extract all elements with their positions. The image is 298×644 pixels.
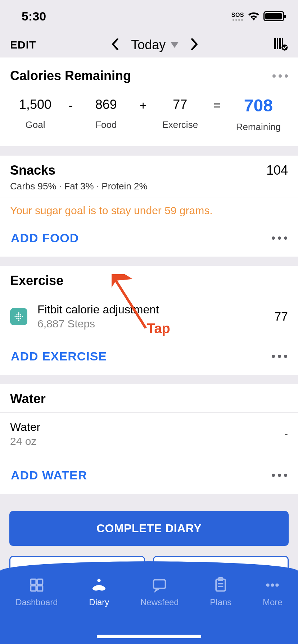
svg-point-13 <box>20 314 21 316</box>
svg-point-23 <box>98 579 101 582</box>
prev-day-button[interactable] <box>112 37 119 53</box>
tab-diary[interactable]: Diary <box>89 577 109 607</box>
exercise-section: Exercise Fitbit calorie adjustment 6,887… <box>0 266 298 375</box>
home-indicator[interactable] <box>97 635 201 638</box>
chevron-down-icon <box>171 42 179 48</box>
tab-bar: Dashboard Diary Newsfeed Plans More <box>0 561 298 644</box>
battery-icon <box>263 11 284 21</box>
tab-more[interactable]: More <box>263 577 283 607</box>
svg-rect-1 <box>277 38 278 49</box>
food-value: 869 <box>95 97 117 112</box>
add-exercise-button[interactable]: ADD EXERCISE <box>11 349 107 363</box>
exercise-more-button[interactable] <box>272 355 287 358</box>
exercise-title: Exercise <box>10 273 63 288</box>
svg-point-12 <box>16 318 18 319</box>
svg-rect-22 <box>37 586 43 591</box>
svg-point-8 <box>18 318 19 319</box>
calories-remaining-card: Calories Remaining 1,500 Goal - 869 Food… <box>0 58 298 146</box>
svg-rect-0 <box>274 38 276 49</box>
snacks-macros: Carbs 95% · Fat 3% · Protein 2% <box>10 181 148 192</box>
svg-point-30 <box>271 583 274 586</box>
barcode-scan-button[interactable] <box>274 37 288 52</box>
remaining-value: 708 <box>244 97 273 114</box>
add-water-button[interactable]: ADD WATER <box>11 468 87 482</box>
status-right: SOS <box>231 11 284 21</box>
food-label: Food <box>95 119 117 130</box>
svg-point-5 <box>18 312 19 314</box>
exercise-item-fitbit[interactable]: Fitbit calorie adjustment 6,887 Steps 77 <box>0 294 298 339</box>
exercise-item-title: Fitbit calorie adjustment <box>37 303 274 316</box>
remaining-label: Remaining <box>236 121 281 133</box>
svg-rect-24 <box>154 580 166 588</box>
calories-more-button[interactable] <box>272 74 288 78</box>
exercise-label: Exercise <box>162 119 198 130</box>
edit-button[interactable]: EDIT <box>10 39 36 51</box>
exercise-value: 77 <box>173 97 187 112</box>
svg-rect-2 <box>279 38 281 49</box>
date-selector[interactable]: Today <box>131 37 179 52</box>
wifi-icon <box>248 12 260 21</box>
svg-rect-21 <box>31 586 36 591</box>
water-title: Water <box>10 391 46 406</box>
water-item-value: - <box>284 428 288 440</box>
svg-point-4 <box>281 45 288 51</box>
calories-remaining-title: Calories Remaining <box>10 68 131 83</box>
exercise-item-subtitle: 6,887 Steps <box>37 318 274 330</box>
goal-value: 1,500 <box>19 97 51 112</box>
svg-point-11 <box>16 316 18 317</box>
svg-point-9 <box>18 319 19 321</box>
sugar-goal-note: Your sugar goal is to stay under 59 gram… <box>0 198 298 217</box>
svg-point-29 <box>266 583 270 586</box>
svg-point-6 <box>18 314 19 316</box>
svg-point-17 <box>22 316 23 317</box>
svg-rect-19 <box>31 579 36 585</box>
water-item-title: Water <box>10 420 40 434</box>
complete-diary-button[interactable]: COMPLETE DIARY <box>9 511 289 546</box>
goal-label: Goal <box>26 119 45 130</box>
status-time: 5:30 <box>22 9 46 23</box>
exercise-item-calories: 77 <box>274 309 288 323</box>
top-nav: EDIT Today <box>0 32 298 58</box>
snacks-section: Snacks Carbs 95% · Fat 3% · Protein 2% 1… <box>0 156 298 257</box>
snacks-calories: 104 <box>266 163 288 178</box>
fitbit-icon <box>10 308 27 325</box>
svg-point-31 <box>276 583 279 586</box>
svg-rect-20 <box>37 579 43 585</box>
add-food-button[interactable]: ADD FOOD <box>11 231 79 245</box>
sos-indicator: SOS <box>231 12 244 21</box>
svg-point-7 <box>18 316 20 317</box>
snacks-more-button[interactable] <box>272 236 287 240</box>
svg-point-10 <box>16 314 18 316</box>
water-item-subtitle: 24 oz <box>10 435 40 447</box>
date-label: Today <box>131 37 166 52</box>
svg-point-16 <box>14 316 15 317</box>
tab-plans[interactable]: Plans <box>210 577 231 607</box>
svg-point-14 <box>20 316 21 317</box>
snacks-title: Snacks <box>10 163 148 178</box>
water-section: Water Water 24 oz - ADD WATER <box>0 384 298 494</box>
status-bar: 5:30 SOS <box>0 0 298 32</box>
water-more-button[interactable] <box>272 474 287 477</box>
water-item[interactable]: Water 24 oz - <box>0 413 298 458</box>
tab-newsfeed[interactable]: Newsfeed <box>140 577 179 607</box>
tab-dashboard[interactable]: Dashboard <box>15 577 58 607</box>
svg-point-15 <box>20 318 21 319</box>
next-day-button[interactable] <box>191 37 198 53</box>
